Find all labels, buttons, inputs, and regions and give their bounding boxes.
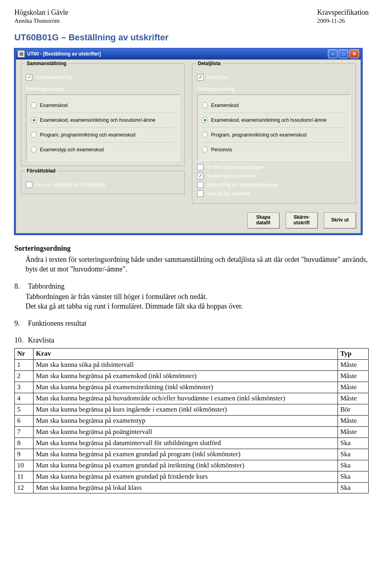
radio-option[interactable]: Program, programinriktning och examensko… <box>202 128 346 143</box>
radio-option[interactable]: Program, programinriktning och examensko… <box>31 128 175 143</box>
cell-krav: Man ska kunna begränsa på lokal klass <box>34 482 338 493</box>
table-row: 11Man ska kunna begränsa på examen grund… <box>15 471 369 482</box>
cell-krav: Man ska kunna begränsa på kurs ingående … <box>34 404 338 415</box>
section-sort-body: Ändra i texten för sorteringsordning båd… <box>26 255 369 274</box>
table-row: 7Man ska kunna begränsa på poänginterval… <box>15 426 369 438</box>
app-icon: ▤ <box>18 50 25 57</box>
cell-typ: Måste <box>338 393 369 404</box>
skriv-ut-button[interactable]: Skriv ut <box>324 212 356 228</box>
cell-nr: 8 <box>15 438 34 449</box>
cell-typ: Bör <box>338 404 369 415</box>
close-button[interactable]: ✕ <box>349 49 359 58</box>
table-row: 12Man ska kunna begränsa på lokal klassS… <box>15 482 369 493</box>
radio-label: Personvis <box>211 147 232 152</box>
table-row: 8Man ska kunna begränsa på datuminterval… <box>15 438 369 449</box>
check-label: Sammanställning <box>36 75 72 80</box>
cell-nr: 11 <box>15 471 34 482</box>
th-krav: Krav <box>34 348 338 360</box>
check-label: Ta med personnummer <box>207 173 256 179</box>
section-krav-num: 10. <box>14 335 25 345</box>
table-row: 5Man ska kunna begränsa på kurs ingående… <box>15 404 369 415</box>
window-title: UT60 - [Beställning av utskrifter] <box>27 51 328 57</box>
cell-krav: Man ska kunna begränsa på huvudområde oc… <box>34 393 338 404</box>
radio-option[interactable]: Examenskod, examensinriktning och huvudo… <box>31 113 175 128</box>
table-row: 2Man ska kunna begränsa på examenskod (i… <box>15 371 369 382</box>
skarmutskrift-button[interactable]: Skärm- utskrift <box>286 212 318 228</box>
section-tab-num: 8. <box>14 281 25 291</box>
radio-label: Program, programinriktning och examensko… <box>211 132 306 138</box>
radio-icon <box>202 132 208 138</box>
radio-option[interactable]: Examenskod <box>31 98 175 113</box>
cell-krav: Man ska kunna begränsa på datumintervall… <box>34 438 338 449</box>
check-option[interactable]: ✓Ta med personnummer <box>197 172 351 180</box>
check-label: Detaljlista <box>207 75 227 80</box>
check-label: Sidbrytning vid sorteringsbegrepp <box>207 182 278 188</box>
app-window: ▤ UT60 - [Beställning av utskrifter] – □… <box>14 48 362 235</box>
cell-nr: 3 <box>15 382 34 393</box>
cell-nr: 12 <box>15 482 34 493</box>
cell-nr: 5 <box>15 404 34 415</box>
checkbox-icon <box>197 190 203 197</box>
doc-title: UT60B01G – Beställning av utskrifter <box>14 32 369 43</box>
radio-label: Examenskod <box>211 103 239 108</box>
org-name: Högskolan i Gävle <box>14 8 68 17</box>
check-sammanstallning[interactable]: ✓ Sammanställning <box>26 73 180 81</box>
check-label: Skriv ut sökvillkor på försättsblad <box>36 182 105 188</box>
cell-krav: Man ska kunna begränsa på poängintervall <box>34 426 338 438</box>
check-forsattsblad[interactable]: Skriv ut sökvillkor på försättsblad <box>26 181 180 189</box>
check-option[interactable]: Sidbrytning vid sorteringsbegrepp <box>197 181 351 189</box>
cell-krav: Man ska kunna begränsa på examen grundad… <box>34 449 338 460</box>
radio-icon <box>31 147 37 152</box>
cell-krav: Man ska kunna begränsa på examen grundad… <box>34 460 338 471</box>
cell-krav: Man ska kunna söka på tidsintervall <box>34 360 338 371</box>
radio-icon <box>202 147 208 152</box>
maximize-button[interactable]: □ <box>339 49 348 58</box>
radio-option[interactable]: Examenstyp och examenskod <box>31 143 175 157</box>
checkbox-icon <box>26 182 32 188</box>
sort-label-left: Sorteringsordning <box>26 86 180 92</box>
check-detaljlista[interactable]: ✓ Detaljlista <box>197 73 351 81</box>
check-option[interactable]: Ta med ursprungspoängen <box>197 163 351 171</box>
radio-icon <box>31 102 37 108</box>
author-name: Annika Thunström <box>14 17 68 25</box>
cell-nr: 4 <box>15 393 34 404</box>
radio-icon <box>202 102 208 108</box>
cell-typ: Måste <box>338 371 369 382</box>
button-row: Skapa datafil Skärm- utskrift Skriv ut <box>21 212 356 228</box>
titlebar: ▤ UT60 - [Beställning av utskrifter] – □… <box>16 48 361 59</box>
radio-label: Examenstyp och examenskod <box>40 147 104 152</box>
radio-icon <box>31 132 37 138</box>
table-row: 10Man ska kunna begränsa på examen grund… <box>15 460 369 471</box>
check-option[interactable]: Visa övriga examina <box>197 190 351 198</box>
radio-option[interactable]: Examenskod, examensinriktning och huvudo… <box>202 113 346 128</box>
radio-option[interactable]: Personvis <box>202 143 346 157</box>
check-label: Visa övriga examina <box>207 191 250 196</box>
checkbox-icon <box>197 182 203 188</box>
section-tab-body: Tabbordningen är från vänster till höger… <box>26 292 369 311</box>
cell-typ: Måste <box>338 426 369 438</box>
cell-typ: Ska <box>338 438 369 449</box>
checkbox-icon: ✓ <box>197 74 203 81</box>
section-func-num: 9. <box>14 319 25 328</box>
cell-nr: 9 <box>15 449 34 460</box>
sort-panel-right: ExamenskodExamenskod, examensinriktning … <box>197 94 351 161</box>
section-sort-title: Sorteringsordning <box>14 244 369 253</box>
checkbox-icon <box>197 164 203 170</box>
cell-nr: 1 <box>15 360 34 371</box>
doc-date: 2009-11-26 <box>317 17 369 25</box>
table-row: 3Man ska kunna begränsa på examensinrikt… <box>15 382 369 393</box>
table-row: 1Man ska kunna söka på tidsintervallMåst… <box>15 360 369 371</box>
cell-nr: 7 <box>15 426 34 438</box>
cell-krav: Man ska kunna begränsa på examenstyp <box>34 415 338 426</box>
radio-option[interactable]: Examenskod <box>202 98 346 113</box>
cell-krav: Man ska kunna begränsa på examensinriktn… <box>34 382 338 393</box>
cell-typ: Måste <box>338 382 369 393</box>
radio-label: Examenskod, examensinriktning och huvudo… <box>40 117 155 123</box>
cell-nr: 10 <box>15 460 34 471</box>
group-title-right: Detaljlista <box>198 61 221 66</box>
doc-type: Kravspecifikation <box>317 8 369 17</box>
minimize-button[interactable]: – <box>328 49 338 58</box>
radio-icon <box>202 117 208 123</box>
cell-typ: Ska <box>338 482 369 493</box>
skapa-datafil-button[interactable]: Skapa datafil <box>247 212 279 228</box>
